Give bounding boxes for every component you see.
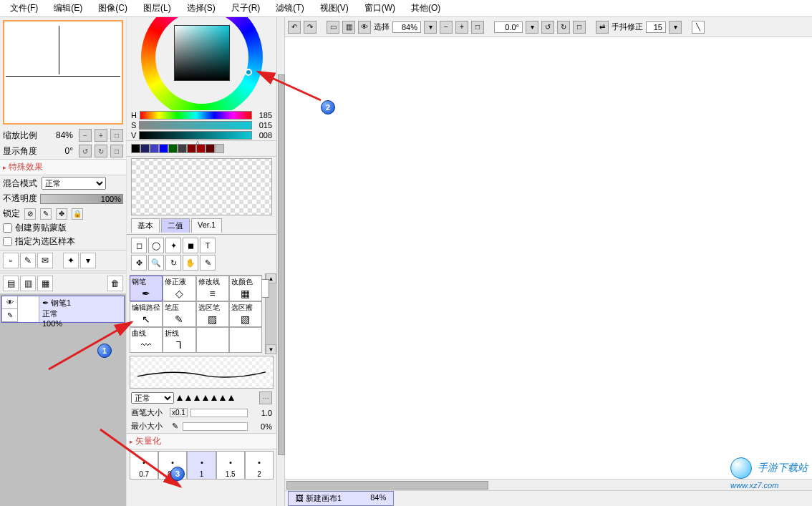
menu-layer[interactable]: 图层(L) xyxy=(136,0,178,16)
menu-select[interactable]: 选择(S) xyxy=(180,0,223,16)
rotate-cw-button[interactable]: ↻ xyxy=(95,145,107,157)
zoom-dropdown-icon[interactable]: ▾ xyxy=(424,21,437,34)
new-linework-button[interactable]: ✎ xyxy=(20,253,36,268)
hue-slider[interactable] xyxy=(140,111,252,120)
vline-1.5[interactable]: 1.5 xyxy=(216,451,245,480)
opacity-slider[interactable]: 100% xyxy=(40,194,123,204)
color-wheel-cursor[interactable] xyxy=(245,69,252,76)
vline-2[interactable]: 2 xyxy=(245,451,274,480)
rot-reset-icon[interactable]: □ xyxy=(573,21,586,34)
new-layer-button[interactable]: ▫ xyxy=(3,253,19,268)
desel-icon[interactable]: ▭ xyxy=(327,21,339,34)
angle-reset-button[interactable]: □ xyxy=(110,145,123,157)
menu-ruler[interactable]: 尺子(R) xyxy=(224,0,268,16)
min-size-slider[interactable] xyxy=(183,422,248,431)
tab-ver1[interactable]: Ver.1 xyxy=(191,218,222,233)
blend-mode-select[interactable]: 正常 xyxy=(42,177,106,190)
color-wheel[interactable] xyxy=(127,17,276,110)
zoom-out-icon[interactable]: − xyxy=(440,21,453,34)
brush-钢笔[interactable]: 钢笔✒ xyxy=(130,276,163,301)
brush-改颜色[interactable]: 改颜色▦ xyxy=(229,276,262,301)
layer-item[interactable]: 👁✎ 钢笔1 正常 100% xyxy=(1,296,125,323)
undo-icon[interactable]: ↶ xyxy=(288,21,301,34)
swatch[interactable] xyxy=(140,144,150,153)
lock-all-icon[interactable]: 🔒 xyxy=(72,208,83,220)
swatch[interactable] xyxy=(187,144,196,153)
new-folder-button[interactable]: ✉ xyxy=(37,253,53,268)
merge-button[interactable]: ▤ xyxy=(3,276,19,291)
brush-曲线[interactable]: 曲线〰 xyxy=(130,327,163,353)
swatch[interactable] xyxy=(178,144,187,153)
navigator-thumbnail[interactable] xyxy=(3,20,123,125)
vline-0.8[interactable]: 0.8 xyxy=(158,451,187,480)
stab-dropdown-icon[interactable]: ▾ xyxy=(669,21,682,34)
hand-icon[interactable]: ✋ xyxy=(183,255,198,271)
brush-选区笔[interactable]: 选区笔▨ xyxy=(196,301,229,327)
vector-section-header[interactable]: 矢量化 xyxy=(127,433,276,449)
brush-选区擦[interactable]: 选区擦▧ xyxy=(229,301,262,327)
canvas-zoom-field[interactable]: 84% xyxy=(392,21,421,33)
brush-修改线[interactable]: 修改线≡ xyxy=(196,276,229,301)
eyedrop-icon[interactable]: ✎ xyxy=(200,255,216,271)
zoom-out-button[interactable]: − xyxy=(79,129,92,142)
swatch[interactable] xyxy=(159,144,168,153)
rot-cw-icon[interactable]: ↻ xyxy=(557,21,570,34)
menu-edit[interactable]: 编辑(E) xyxy=(47,0,90,16)
delete-layer-button[interactable]: 🗑 xyxy=(107,276,123,291)
fx-section-header[interactable]: 特殊效果 xyxy=(0,159,126,175)
clip-checkbox[interactable]: 创建剪贴蒙版 xyxy=(0,221,126,235)
wand-icon[interactable]: ✦ xyxy=(165,238,181,253)
vline-0.7[interactable]: 0.7 xyxy=(130,451,158,480)
texture-dots[interactable] xyxy=(177,395,256,401)
invert-icon[interactable]: ▥ xyxy=(342,21,355,34)
scratchpad[interactable] xyxy=(131,158,272,215)
rot-dropdown-icon[interactable]: ▾ xyxy=(526,21,538,34)
rot-ccw-icon[interactable]: ↺ xyxy=(541,21,554,34)
flatten-button[interactable]: ▦ xyxy=(37,276,53,291)
menu-file[interactable]: 文件(F) xyxy=(3,0,45,16)
line-tool-icon[interactable]: ╲ xyxy=(692,21,705,34)
lasso-icon[interactable]: ◯ xyxy=(148,238,164,253)
clear-button[interactable]: ▥ xyxy=(20,276,36,291)
panel-scrollbar[interactable] xyxy=(276,17,285,506)
sat-slider[interactable] xyxy=(139,121,252,130)
brush-empty[interactable] xyxy=(196,327,229,353)
tab-binary[interactable]: 二值 xyxy=(161,218,190,233)
menu-filter[interactable]: 滤镜(T) xyxy=(269,0,311,16)
flip-icon[interactable]: ⇄ xyxy=(596,21,609,34)
pen-icon[interactable]: ✎ xyxy=(2,309,17,322)
text-icon[interactable]: T xyxy=(200,238,216,253)
brush-折线[interactable]: 折线⅂ xyxy=(163,327,195,353)
redo-icon[interactable]: ↷ xyxy=(304,21,316,34)
zoom-icon[interactable]: 🔍 xyxy=(148,255,164,271)
document-tab[interactable]: 🖼 新建画布1 84% xyxy=(288,491,394,506)
swatch[interactable] xyxy=(168,144,178,153)
shape-icon[interactable]: ◼ xyxy=(183,238,198,253)
brush-blend-select[interactable]: 正常 xyxy=(131,392,174,404)
canvas-rot-field[interactable]: 0.0° xyxy=(494,21,523,33)
lock-none-icon[interactable]: ⊘ xyxy=(24,208,36,220)
brush-size-slider[interactable] xyxy=(190,409,248,417)
brush-修正液[interactable]: 修正液◇ xyxy=(163,276,195,301)
lock-move-icon[interactable]: ✥ xyxy=(56,208,67,220)
swatch[interactable] xyxy=(150,144,159,153)
swatch[interactable] xyxy=(206,144,215,153)
fx-button[interactable]: ✦ xyxy=(63,253,79,268)
menu-window[interactable]: 窗口(W) xyxy=(357,0,402,16)
brush-settings-button[interactable]: ⋯ xyxy=(259,391,272,404)
stabilizer-field[interactable]: 15 xyxy=(646,21,666,33)
size-step[interactable]: x0.1 xyxy=(170,408,188,417)
menu-image[interactable]: 图像(C) xyxy=(91,0,135,16)
scroll-down-icon[interactable]: ▼ xyxy=(266,344,276,354)
swatch[interactable] xyxy=(131,144,140,153)
brush-empty[interactable] xyxy=(229,327,262,353)
zoom-fit-icon[interactable]: □ xyxy=(471,21,484,34)
menu-other[interactable]: 其他(O) xyxy=(404,0,448,16)
val-slider[interactable] xyxy=(139,131,252,140)
show-sel-icon[interactable]: 👁 xyxy=(358,21,371,34)
canvas[interactable] xyxy=(286,39,811,477)
zoom-in-button[interactable]: + xyxy=(95,129,107,142)
zoom-reset-button[interactable]: □ xyxy=(110,129,123,142)
rotate-ccw-button[interactable]: ↺ xyxy=(79,145,92,157)
menu-view[interactable]: 视图(V) xyxy=(313,0,356,16)
